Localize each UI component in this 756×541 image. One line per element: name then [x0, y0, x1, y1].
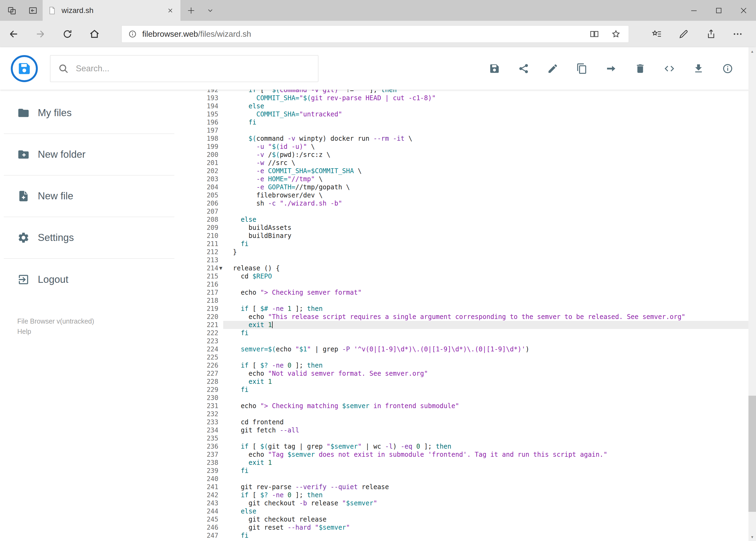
code-text[interactable] [223, 208, 756, 216]
code-text[interactable]: semver=$(echo "$1" | grep -P '^v(0|[1-9]… [223, 345, 756, 353]
code-line[interactable]: 229 fi [193, 386, 756, 394]
code-line[interactable]: 208 else [193, 216, 756, 224]
code-text[interactable]: fi [223, 240, 756, 248]
code-line[interactable]: 221 exit 1 [193, 321, 756, 329]
code-text[interactable]: echo "This release script requires a sin… [223, 313, 756, 321]
code-text[interactable]: exit 1 [223, 321, 756, 329]
code-line[interactable]: 228 exit 1 [193, 377, 756, 386]
code-text[interactable]: else [223, 216, 756, 224]
code-line[interactable]: 235 [193, 434, 756, 442]
code-line[interactable]: 211 fi [193, 240, 756, 248]
code-line[interactable]: 245 git checkout release [193, 515, 756, 523]
code-text[interactable] [223, 280, 756, 288]
sidebar-item-new-file[interactable]: New file [4, 176, 174, 217]
code-line[interactable]: 231 echo "> Checking matching $semver in… [193, 402, 756, 410]
code-line[interactable]: 234 git fetch --all [193, 426, 756, 434]
search-bar[interactable] [50, 55, 319, 82]
raw-view-button[interactable] [664, 63, 675, 74]
code-line[interactable]: 200 -v /$(pwd):/src:z \ [193, 151, 756, 159]
copy-button[interactable] [576, 63, 588, 74]
code-text[interactable] [223, 126, 756, 135]
code-text[interactable]: COMMIT_SHA="untracked" [223, 110, 756, 118]
scroll-up-icon[interactable]: ▲ [748, 47, 756, 55]
code-line[interactable]: 202 -e COMMIT_SHA=$COMMIT_SHA \ [193, 167, 756, 175]
code-line[interactable]: 216 [193, 280, 756, 288]
code-line[interactable]: 218 [193, 296, 756, 305]
code-text[interactable]: if [ "$(command -v git)" != "" ]; then [223, 90, 756, 94]
code-line[interactable]: 239 fi [193, 467, 756, 475]
code-line[interactable]: 222 fi [193, 329, 756, 337]
code-line[interactable]: 247 fi [193, 532, 756, 540]
code-line[interactable]: 244 else [193, 507, 756, 515]
code-text[interactable]: fi [223, 118, 756, 126]
search-input[interactable] [76, 64, 310, 74]
code-text[interactable]: cd $REPO [223, 272, 756, 280]
tab-preview-icon[interactable] [201, 0, 219, 21]
page-scrollbar[interactable]: ▲ ▼ [748, 47, 756, 541]
logo-icon[interactable] [11, 55, 38, 82]
minimize-icon[interactable] [681, 0, 706, 21]
code-text[interactable]: echo "> Checking semver format" [223, 288, 756, 296]
code-text[interactable] [223, 394, 756, 402]
code-text[interactable]: exit 1 [223, 377, 756, 386]
web-note-icon[interactable] [670, 21, 697, 47]
hub-icon[interactable] [643, 21, 670, 47]
code-line[interactable]: 240 [193, 475, 756, 483]
code-text[interactable]: echo "Not valid semver format. See semve… [223, 369, 756, 377]
code-text[interactable]: -e HOME="//tmp" \ [223, 175, 756, 183]
code-line[interactable]: 226 if [ $? -ne 0 ]; then [193, 361, 756, 369]
code-line[interactable]: 198 $(command -v winpty) docker run --rm… [193, 135, 756, 143]
code-text[interactable]: fi [223, 386, 756, 394]
tabs-set-aside-icon[interactable] [6, 5, 17, 16]
code-text[interactable] [223, 353, 756, 361]
code-line[interactable]: 237 echo "Tag $semver does not exist in … [193, 450, 756, 459]
code-line[interactable]: 212} [193, 248, 756, 256]
code-text[interactable]: cd frontend [223, 418, 756, 426]
help-link[interactable]: Help [17, 326, 193, 336]
scrollbar-thumb[interactable] [748, 396, 756, 512]
sidebar-item-logout[interactable]: Logout [4, 259, 174, 300]
code-line[interactable]: 223 [193, 337, 756, 345]
share-button[interactable] [518, 63, 529, 74]
fold-marker-icon[interactable]: ▼ [218, 264, 223, 272]
code-text[interactable]: fi [223, 329, 756, 337]
code-line[interactable]: 246 git reset --hard "$semver" [193, 523, 756, 532]
code-text[interactable]: -v /$(pwd):/src:z \ [223, 151, 756, 159]
delete-button[interactable] [634, 63, 646, 74]
code-text[interactable]: echo "Tag $semver does not exist in subm… [223, 450, 756, 459]
code-line[interactable]: 206 sh -c "./wizard.sh -b" [193, 199, 756, 208]
close-tab-icon[interactable] [166, 6, 175, 15]
code-text[interactable]: sh -c "./wizard.sh -b" [223, 199, 756, 208]
code-line[interactable]: 196 fi [193, 118, 756, 126]
code-text[interactable]: git checkout release [223, 515, 756, 523]
code-text[interactable]: fi [223, 532, 756, 540]
code-text[interactable]: else [223, 507, 756, 515]
code-text[interactable]: fi [223, 467, 756, 475]
new-tab-icon[interactable] [181, 0, 201, 21]
code-text[interactable]: filebrowser/dev \ [223, 191, 756, 199]
save-button[interactable] [489, 63, 500, 74]
code-line[interactable]: 241 git rev-parse --verify --quiet relea… [193, 483, 756, 491]
code-text[interactable]: buildAssets [223, 224, 756, 232]
code-text[interactable]: if [ $? -ne 0 ]; then [223, 491, 756, 499]
code-line[interactable]: 217 echo "> Checking semver format" [193, 288, 756, 296]
more-icon[interactable] [724, 21, 751, 47]
code-line[interactable]: 203 -e HOME="//tmp" \ [193, 175, 756, 183]
code-text[interactable]: git rev-parse --verify --quiet release [223, 483, 756, 491]
code-editor[interactable]: 192 if [ "$(command -v git)" != "" ]; th… [193, 90, 756, 541]
code-line[interactable]: 233 cd frontend [193, 418, 756, 426]
code-text[interactable]: COMMIT_SHA="$(git rev-parse HEAD | cut -… [223, 94, 756, 102]
code-line[interactable]: 197 [193, 126, 756, 135]
scroll-down-icon[interactable]: ▼ [748, 533, 756, 541]
back-icon[interactable] [0, 21, 27, 47]
code-line[interactable]: 224 semver=$(echo "$1" | grep -P '^v(0|[… [193, 345, 756, 353]
code-line[interactable]: 201 -w //src \ [193, 159, 756, 167]
download-button[interactable] [693, 63, 704, 74]
code-text[interactable]: -w //src \ [223, 159, 756, 167]
code-line[interactable]: 209 buildAssets [193, 224, 756, 232]
address-bar[interactable]: filebrowser.web/files/wizard.sh [122, 25, 629, 43]
forward-icon[interactable] [27, 21, 54, 47]
set-tabs-aside-icon[interactable] [28, 5, 38, 16]
refresh-icon[interactable] [54, 21, 81, 47]
code-line[interactable]: 230 [193, 394, 756, 402]
